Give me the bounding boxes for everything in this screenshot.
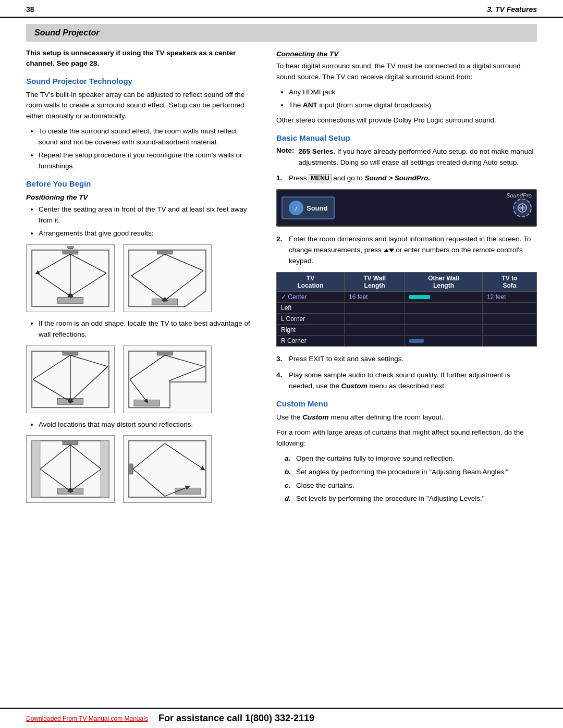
table-cell (482, 314, 536, 325)
steps-list-2: 2. Enter the room dimensions and layout … (276, 234, 537, 267)
svg-rect-2 (57, 297, 83, 303)
table-cell (405, 336, 483, 347)
list-item: Arrangements that give good results: (39, 228, 255, 239)
section-title-box: Sound Projector (26, 24, 537, 42)
table-cell-wall: 16 feet (345, 292, 405, 303)
svg-rect-12 (152, 299, 177, 305)
diagram-box-2 (123, 244, 212, 312)
custom-para2: For a room with large areas of curtains … (276, 427, 537, 449)
col-header-wall: TV WallLength (345, 273, 405, 292)
footer-link[interactable]: Downloaded From TV-Manual.com Manuals (26, 715, 148, 722)
bold-intro: This setup is unnecessary if using the T… (26, 48, 255, 69)
svg-line-3 (37, 254, 70, 273)
svg-line-47 (165, 443, 203, 469)
svg-line-16 (165, 270, 203, 300)
table-cell (482, 303, 536, 314)
chapter-title: 3. TV Features (487, 5, 537, 14)
table-cell-other (405, 292, 483, 303)
list-item: Avoid locations that may distort sound r… (39, 419, 255, 430)
table-cell (405, 314, 483, 325)
table-cell: Right (277, 325, 345, 336)
step-number: 2. (276, 234, 285, 267)
table-cell (345, 325, 405, 336)
soundpro-label: SoundPro (506, 192, 532, 199)
before-heading: Before You Begin (26, 179, 255, 188)
page-header: 38 3. TV Features (0, 0, 563, 18)
list-item: To create the surround sound effect, the… (39, 126, 255, 148)
svg-line-37 (40, 445, 70, 469)
step-2: 2. Enter the room dimensions and layout … (276, 234, 537, 267)
svg-line-21 (70, 355, 108, 366)
table-row: R Corner (277, 336, 537, 347)
step-number: 1. (276, 173, 285, 184)
step-content: Play some sample audio to check sound qu… (289, 370, 537, 392)
footer-phone: For assistance call 1(800) 332-2119 (158, 713, 314, 724)
note-row: Note: 265 Series. If you have already pe… (276, 146, 537, 168)
svg-rect-11 (157, 250, 173, 254)
table-cell (405, 325, 483, 336)
steps-list: 1. Press MENU and go to Sound > SoundPro… (276, 173, 537, 184)
table-cell (482, 325, 536, 336)
page-footer: Downloaded From TV-Manual.com Manuals Fo… (0, 708, 563, 728)
connecting-bullets: Any HDMI jack The ANT input (from some d… (289, 87, 537, 111)
table-cell: Left (277, 303, 345, 314)
tech-bullets-list: To create the surround sound effect, the… (39, 126, 255, 172)
svg-line-30 (130, 379, 146, 401)
diagram-box-1 (26, 244, 115, 312)
svg-line-45 (133, 443, 165, 469)
avoid-bullet-list: Avoid locations that may distort sound r… (39, 419, 255, 430)
svg-rect-36 (101, 441, 109, 497)
list-item: d. Set levels by performing the procedur… (285, 493, 537, 504)
col-header-sofa: TV toSofa (482, 273, 536, 292)
table-row: ✓ Center 16 feet 12 feet (277, 292, 537, 303)
custom-para1: Use the Custom menu after defining the r… (276, 412, 537, 423)
svg-line-13 (131, 254, 165, 275)
left-column: This setup is unnecessary if using the T… (26, 48, 266, 509)
list-item: Repeat the setup procedure if you reconf… (39, 150, 255, 172)
svg-rect-35 (32, 441, 40, 497)
page-container: 38 3. TV Features Sound Projector This s… (0, 0, 563, 728)
tv-screenshot: SoundPro ♪ Sound (276, 189, 537, 227)
svg-line-31 (169, 366, 205, 381)
step-content: Press MENU and go to Sound > SoundPro. (289, 173, 537, 184)
svg-line-46 (133, 469, 165, 496)
table-cell (345, 303, 405, 314)
svg-rect-18 (63, 351, 78, 355)
svg-rect-33 (63, 441, 78, 445)
step-content: Enter the room dimensions and layout inf… (289, 234, 537, 267)
connecting-para: To hear digital surround sound, the TV m… (276, 61, 537, 83)
page-number: 38 (26, 5, 34, 14)
custom-steps-list: a. Open the curtains fully to improve so… (285, 453, 537, 505)
table-row: Left (277, 303, 537, 314)
list-item: a. Open the curtains fully to improve so… (285, 453, 537, 464)
svg-marker-25 (129, 351, 206, 407)
svg-line-6 (70, 273, 106, 296)
list-item: If the room is an odd shape, locate the … (39, 318, 255, 340)
tech-heading: Sound Projector Technology (26, 77, 255, 85)
step-4: 4. Play some sample audio to check sound… (276, 370, 537, 392)
svg-line-40 (70, 469, 101, 491)
svg-rect-26 (157, 351, 173, 355)
diagram-box-4 (123, 346, 212, 413)
svg-line-20 (33, 355, 70, 379)
list-item: The ANT input (from some digital broadca… (289, 100, 537, 111)
sound-icon: ♪ (289, 201, 303, 215)
tech-para: The TV's built-in speaker array can be a… (26, 90, 255, 122)
col-header-other: Other WallLength (405, 273, 483, 292)
svg-line-15 (131, 276, 165, 300)
diagram-box-6 (123, 435, 212, 503)
two-column-layout: This setup is unnecessary if using the T… (0, 48, 563, 509)
svg-line-14 (165, 254, 203, 270)
table-row: Right (277, 325, 537, 336)
table-cell-location: ✓ Center (277, 292, 345, 303)
section-title: Sound Projector (34, 28, 99, 37)
svg-rect-1 (63, 250, 78, 254)
list-item: b. Set angles by performing the procedur… (285, 467, 537, 478)
svg-line-5 (37, 273, 70, 296)
other-stereo-para: Other stereo connections will provide Do… (276, 115, 537, 126)
list-item: Any HDMI jack (289, 87, 537, 98)
room-dimensions-table: TVLocation TV WallLength Other WallLengt… (276, 272, 537, 347)
table-cell (345, 314, 405, 325)
steps-list-3: 3. Press EXIT to exit and save settings.… (276, 354, 537, 392)
table-cell: R Corner (277, 336, 345, 347)
